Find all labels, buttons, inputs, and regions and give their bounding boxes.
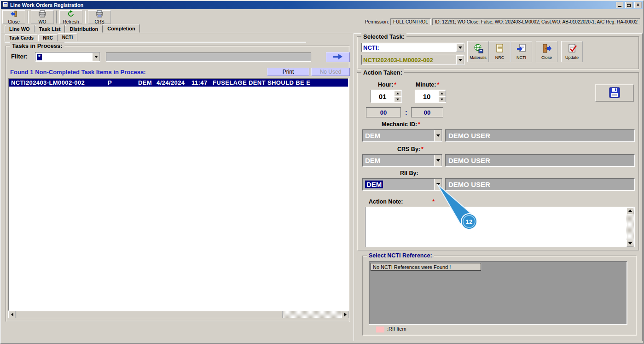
apply-filter-button[interactable] — [326, 52, 350, 62]
app-icon — [2, 1, 8, 9]
filter-text-input[interactable] — [106, 52, 311, 62]
permission-value: FULL CONTROL — [390, 18, 431, 25]
close-window-button[interactable]: × — [634, 2, 642, 8]
note-vertical-scrollbar[interactable] — [627, 207, 634, 247]
toolbar-wo-button[interactable]: WO — [31, 10, 54, 24]
action-note-label: Action Note:* — [369, 198, 435, 205]
toolbar-wo-label: WO — [38, 19, 46, 24]
required-marker: * — [437, 82, 439, 88]
chevron-down-icon — [458, 59, 462, 61]
tab-task-list[interactable]: Task List — [35, 25, 65, 33]
mechanic-id-combo[interactable]: DEM — [362, 129, 442, 142]
task-id-dropdown-button[interactable] — [456, 55, 464, 64]
minute-up-button[interactable] — [438, 90, 446, 96]
scrollbar-track[interactable] — [627, 214, 634, 240]
task-type-dropdown-button[interactable] — [456, 43, 464, 52]
materials-label: Materials — [470, 55, 487, 60]
spin-down-icon — [396, 99, 399, 100]
toolbar-separator — [56, 11, 57, 23]
crs-by-combo[interactable]: DEM — [362, 154, 442, 167]
minute-label: Minute:* — [416, 82, 439, 88]
tasks-in-process-panel: Tasks in Process: Filter: * Found 1 Non-… — [6, 46, 350, 322]
globe-disk-icon — [473, 43, 483, 55]
rii-by-label: RII By: — [400, 170, 418, 176]
scroll-right-button[interactable] — [342, 311, 349, 318]
task-list-horizontal-scrollbar[interactable] — [8, 311, 349, 318]
toolbar-close-button[interactable]: Close — [2, 10, 25, 24]
check-document-icon — [567, 43, 577, 55]
toolbar-refresh-button[interactable]: Refresh — [59, 10, 82, 24]
toolbar-crs-button[interactable]: CRS — [88, 10, 111, 24]
selected-task-panel: Selected Task: NCTI: NCTI202403-LM0002-0… — [357, 36, 639, 70]
rii-item-legend: :RII Item — [387, 326, 406, 332]
close-task-label: Close — [541, 55, 552, 60]
tab-completion[interactable]: Completion — [103, 24, 140, 33]
tab-distribution[interactable]: Distribution — [65, 25, 103, 33]
spin-up-icon — [441, 93, 443, 94]
toolbar-refresh-label: Refresh — [63, 19, 79, 24]
update-button[interactable]: Update — [561, 41, 583, 62]
save-button[interactable] — [595, 84, 634, 102]
action-taken-panel: Action Taken: Hour:* Minute:* 01 10 — [357, 72, 639, 251]
filter-combo-dropdown-button[interactable] — [92, 52, 100, 61]
refresh-icon — [67, 10, 75, 19]
hour-down-button[interactable] — [394, 96, 401, 102]
print-button[interactable]: Print — [267, 68, 309, 76]
tab-line-wo[interactable]: Line WO — [5, 25, 35, 33]
minute-value[interactable]: 10 — [415, 90, 438, 102]
hour-label: Hour:* — [378, 82, 396, 88]
ncti-reference-empty-message: No NCTI References were Found ! — [371, 263, 481, 271]
required-marker: * — [418, 121, 420, 128]
rii-name-field: DEMO USER — [445, 178, 635, 191]
materials-button[interactable]: Materials — [467, 41, 489, 62]
task-mechanic: DEM — [138, 79, 157, 86]
scrollbar-track[interactable] — [283, 311, 342, 318]
app-window: Line Work Orders Registration × Close WO… — [0, 0, 644, 344]
record-info: ID: 12291; WO Close: False; WO: 202403-L… — [432, 18, 640, 25]
spin-up-icon — [396, 93, 399, 94]
printer-doc-icon — [96, 10, 103, 19]
task-id-combo[interactable]: NCTI202403-LM0002-002 — [361, 55, 464, 65]
permission-label: Permission: — [365, 19, 389, 24]
hour-value[interactable]: 01 — [371, 90, 394, 102]
tab-nrc[interactable]: NRC — [38, 34, 58, 41]
scroll-up-button[interactable] — [627, 207, 633, 214]
mechanic-name-field: DEMO USER — [445, 129, 635, 142]
printer-icon — [39, 10, 46, 19]
task-row-selected[interactable]: NCTI202403-LM0002-002 P DEM 4/24/2024 11… — [9, 79, 348, 87]
ncti-button[interactable]: NCTI — [511, 41, 532, 62]
tab-task-cards[interactable]: Task Cards — [5, 34, 38, 41]
mechanic-id-label: Mechanic ID:* — [382, 121, 420, 128]
tab-ncti[interactable]: NCTI — [58, 33, 77, 41]
selected-task-toolbar: Materials NRC NCTI — [467, 41, 583, 62]
minute-down-button[interactable] — [438, 96, 446, 102]
ncti-reference-list[interactable]: No NCTI References were Found ! — [369, 261, 627, 325]
close-icon: × — [637, 3, 639, 7]
task-date: 4/24/2024 — [157, 79, 191, 86]
task-type-combo[interactable]: NCTI: — [361, 43, 464, 52]
scroll-left-button[interactable] — [8, 311, 16, 318]
filter-combo[interactable]: * — [35, 52, 100, 62]
minimize-button[interactable] — [616, 2, 623, 8]
hour-up-button[interactable] — [394, 90, 401, 96]
scroll-down-button[interactable] — [627, 240, 633, 247]
mechanic-id-dropdown-button[interactable] — [434, 130, 442, 141]
minute-spinner[interactable]: 10 — [415, 90, 446, 103]
hour-spinner[interactable]: 01 — [371, 90, 402, 103]
rii-by-combo[interactable]: DEM — [362, 178, 442, 191]
task-status: P — [108, 79, 138, 86]
ncti-reference-legend: Select NCTI Reference: — [367, 252, 434, 259]
scrollbar-thumb[interactable] — [16, 311, 283, 318]
chevron-down-icon — [94, 56, 98, 58]
action-note-input[interactable] — [366, 207, 627, 247]
update-label: Update — [565, 55, 579, 60]
arrow-down-icon — [628, 242, 632, 245]
close-task-button[interactable]: Close — [536, 41, 557, 62]
crs-by-dropdown-button[interactable] — [434, 155, 442, 166]
chevron-down-icon — [436, 183, 440, 186]
no-used-button[interactable]: No Used — [311, 68, 350, 76]
rii-by-dropdown-button[interactable] — [434, 179, 442, 190]
task-id: NCTI202403-LM0002-002 — [11, 79, 108, 86]
nrc-button[interactable]: NRC — [489, 41, 511, 62]
maximize-button[interactable] — [625, 2, 632, 8]
